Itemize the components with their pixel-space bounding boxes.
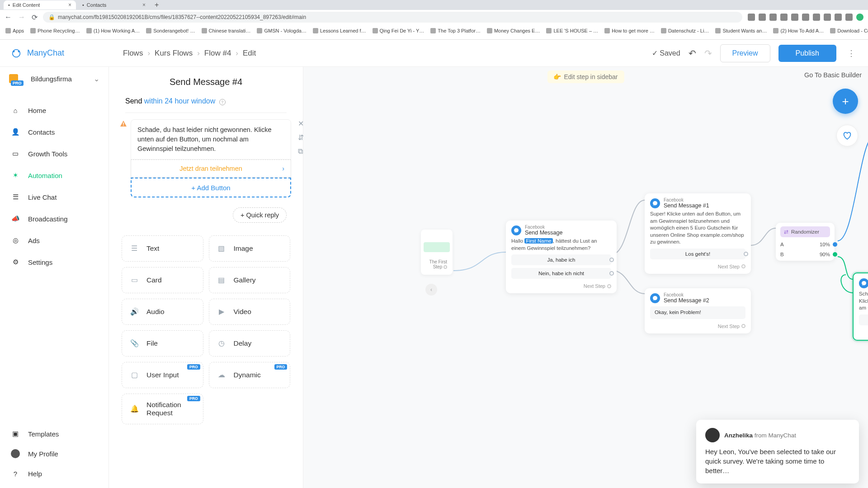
breadcrumb-item[interactable]: Flows bbox=[123, 49, 143, 58]
breadcrumb-item[interactable]: Kurs Flows bbox=[155, 49, 193, 58]
back-icon[interactable]: ← bbox=[5, 13, 12, 22]
reply-button[interactable]: Los geht's! bbox=[650, 249, 745, 259]
next-step[interactable]: Next Step bbox=[650, 324, 745, 329]
node-send-message[interactable]: FacebookSend Message Hallo First Name, h… bbox=[506, 221, 617, 293]
block-notification[interactable]: PRO🔔NotificationRequest bbox=[122, 394, 203, 424]
redo-icon[interactable]: ↷ bbox=[704, 48, 712, 59]
new-tab-button[interactable]: + bbox=[155, 1, 159, 9]
block-text[interactable]: ☰Text bbox=[122, 235, 203, 262]
block-file[interactable]: 📎File bbox=[122, 330, 203, 357]
bookmark-item[interactable]: Phone Recycling… bbox=[30, 28, 80, 33]
kebab-icon[interactable]: ⋮ bbox=[844, 48, 858, 58]
ext-icon[interactable] bbox=[824, 14, 831, 21]
quick-reply-button[interactable]: + Quick reply bbox=[233, 207, 287, 223]
nav-automation[interactable]: ✶Automation bbox=[0, 164, 108, 186]
preview-button[interactable]: Preview bbox=[720, 44, 770, 62]
next-step[interactable]: Next Step bbox=[859, 330, 868, 335]
nav-settings[interactable]: ⚙Settings bbox=[0, 251, 108, 273]
block-gallery[interactable]: ▤Gallery bbox=[209, 267, 291, 293]
panel-title[interactable]: Send Message #4 bbox=[113, 73, 298, 94]
next-step[interactable]: Next Step bbox=[650, 264, 745, 269]
reply-button[interactable]: Ja, habe ich bbox=[511, 254, 611, 265]
ext-icon[interactable] bbox=[802, 14, 809, 21]
block-image[interactable]: ▧Image bbox=[209, 235, 291, 262]
chat-widget[interactable]: Anzhelika from ManyChat Hey Leon, You've… bbox=[696, 420, 859, 483]
bookmark-item[interactable]: (1) How Working A… bbox=[86, 28, 140, 33]
out-port[interactable] bbox=[833, 252, 837, 257]
breadcrumb-item[interactable]: Flow #4 bbox=[204, 49, 231, 58]
add-button[interactable]: + Add Button bbox=[131, 178, 291, 197]
nav-home[interactable]: ⌂Home bbox=[0, 99, 108, 121]
message-text-input[interactable]: Schade, du hast leider nicht gewonnen. K… bbox=[131, 119, 291, 160]
out-port[interactable] bbox=[833, 242, 837, 247]
bookmark-item[interactable]: Student Wants an… bbox=[715, 28, 767, 33]
forward-icon[interactable]: → bbox=[18, 13, 25, 22]
ext-icon[interactable] bbox=[769, 14, 777, 21]
bookmark-item[interactable]: LEE 'S HOUSE – … bbox=[546, 28, 598, 33]
bookmark-item[interactable]: The Top 3 Platfor… bbox=[430, 28, 481, 33]
ext-icon[interactable] bbox=[780, 14, 788, 21]
node-send-message-4[interactable]: + − ✦ FacebookSend Message #4 Schade, du… bbox=[853, 272, 868, 341]
out-port[interactable] bbox=[744, 252, 748, 256]
basic-builder-link[interactable]: Go To Basic Builder bbox=[804, 71, 862, 79]
reload-icon[interactable]: ⟳ bbox=[32, 13, 38, 22]
out-port[interactable] bbox=[609, 271, 614, 276]
ext-icon[interactable] bbox=[845, 14, 853, 21]
block-delay[interactable]: ◷Delay bbox=[209, 330, 291, 357]
block-user-input[interactable]: PRO▢User Input bbox=[122, 362, 203, 388]
browser-tab-active[interactable]: • Edit Content × bbox=[4, 0, 76, 9]
rand-branch-a[interactable]: A10% bbox=[780, 242, 830, 247]
next-step[interactable]: Next Step bbox=[511, 283, 611, 289]
nav-profile[interactable]: My Profile bbox=[0, 444, 108, 464]
collapse-canvas-icon[interactable]: ‹ bbox=[425, 284, 437, 296]
add-step-fab[interactable]: + bbox=[833, 89, 858, 114]
block-dynamic[interactable]: PRO☁Dynamic bbox=[209, 362, 291, 388]
ext-icon[interactable] bbox=[791, 14, 798, 21]
undo-icon[interactable]: ↶ bbox=[689, 48, 696, 59]
nav-templates[interactable]: ▣Templates bbox=[0, 424, 108, 444]
ext-icon[interactable] bbox=[748, 14, 755, 21]
out-port[interactable] bbox=[609, 258, 614, 262]
edit-step-hint[interactable]: 👉Edit step in sidebar bbox=[547, 70, 624, 83]
bookmark-item[interactable]: Datenschutz - Li… bbox=[661, 28, 709, 33]
nav-livechat[interactable]: ☰Live Chat bbox=[0, 186, 108, 208]
out-port[interactable] bbox=[443, 265, 447, 269]
close-icon[interactable]: × bbox=[68, 2, 71, 8]
bookmark-item[interactable]: GMSN - Vologda… bbox=[257, 28, 307, 33]
workspace-selector[interactable]: PRO Bildungsfirma ⌄ bbox=[0, 70, 108, 88]
ext-icon[interactable] bbox=[813, 14, 820, 21]
nav-ads[interactable]: ◎Ads bbox=[0, 230, 108, 251]
ext-icon[interactable] bbox=[856, 14, 863, 21]
bookmark-item[interactable]: How to get more … bbox=[604, 28, 655, 33]
ext-icon[interactable] bbox=[835, 14, 842, 21]
close-icon[interactable]: × bbox=[142, 2, 146, 8]
block-audio[interactable]: 🔊Audio bbox=[122, 299, 203, 325]
block-video[interactable]: ▶Video bbox=[209, 299, 291, 325]
nav-contacts[interactable]: 👤Contacts bbox=[0, 121, 108, 143]
nav-help[interactable]: ?Help bbox=[0, 464, 108, 483]
bookmark-item[interactable]: Chinese translati… bbox=[202, 28, 251, 33]
bookmark-item[interactable]: Money Changes E… bbox=[487, 28, 540, 33]
nav-broadcasting[interactable]: 📣Broadcasting bbox=[0, 208, 108, 230]
url-field[interactable]: 🔒 manychat.com/fb198150208192061B/cms/fi… bbox=[43, 12, 742, 23]
node-send-message-1[interactable]: FacebookSend Message #1 Super! Klicke un… bbox=[645, 193, 751, 274]
reply-button[interactable]: Jetzt dran teilnehmen bbox=[859, 314, 868, 325]
rand-branch-b[interactable]: B90% bbox=[780, 252, 830, 257]
bookmark-item[interactable]: (2) How To Add A… bbox=[773, 28, 824, 33]
node-first-step[interactable]: The First Step bbox=[421, 230, 453, 275]
send-window-link[interactable]: within 24 hour window bbox=[144, 97, 215, 105]
block-card[interactable]: ▭Card bbox=[122, 267, 203, 293]
message-button[interactable]: Jetzt dran teilnehmen › bbox=[131, 160, 291, 178]
nav-growth[interactable]: ▭Growth Tools bbox=[0, 143, 108, 164]
logo[interactable]: ManyChat bbox=[10, 48, 109, 59]
favorite-fab[interactable] bbox=[836, 125, 858, 146]
node-randomizer[interactable]: ⇄Randomizer A10% B90% bbox=[776, 223, 835, 261]
publish-button[interactable]: Publish bbox=[778, 45, 836, 62]
ext-icon[interactable] bbox=[759, 14, 766, 21]
bookmark-item[interactable]: Qing Fei De Yi - Y… bbox=[373, 28, 425, 33]
bookmark-item[interactable]: Lessons Learned f… bbox=[313, 28, 366, 33]
node-send-message-2[interactable]: FacebookSend Message #2 Okay, kein Probl… bbox=[645, 288, 751, 333]
bookmark-item[interactable]: Sonderangebot! … bbox=[146, 28, 195, 33]
info-icon[interactable]: ? bbox=[219, 99, 226, 105]
reply-button[interactable]: Nein, habe ich nicht bbox=[511, 268, 611, 279]
